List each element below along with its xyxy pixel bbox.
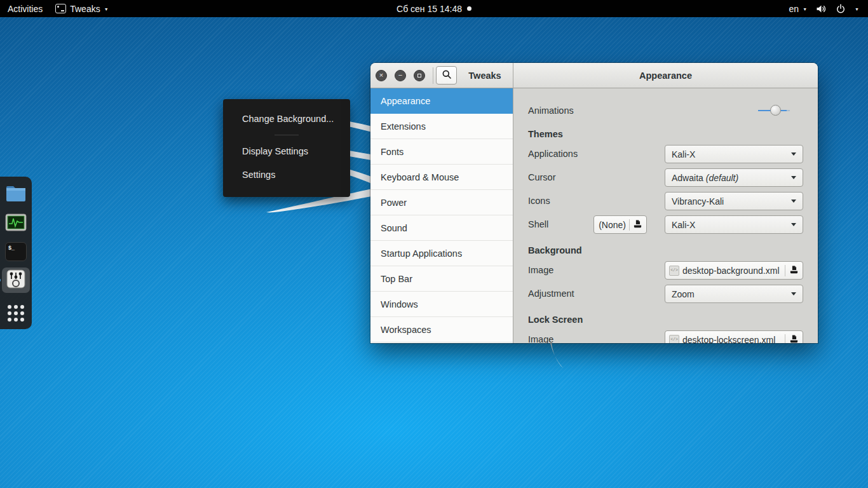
background-image-file-button[interactable]: </> desktop-background.xml [665,261,803,280]
lockscreen-image-file-button[interactable]: </> desktop-lockscreen.xml [665,330,803,343]
titlebar[interactable]: × − Tweaks Appearance [370,63,818,88]
button-separator [629,219,630,231]
file-open-icon [789,334,799,344]
adjustment-value: Zoom [672,289,695,299]
lockscreen-image-label: Image [528,334,553,343]
sidebar-item-top-bar[interactable]: Top Bar [370,266,513,292]
notification-dot-icon [467,6,471,11]
shell-theme-dropdown[interactable]: Kali-X [665,215,803,234]
running-indicator-dot [0,279,1,282]
dock-item-show-applications[interactable] [2,301,30,327]
background-image-label: Image [528,265,553,275]
applications-theme-value: Kali-X [672,149,695,159]
tweaks-window: × − Tweaks Appearance Appearance Extensi… [370,63,818,343]
menu-item-settings[interactable]: Settings [223,163,350,187]
icons-label: Icons [528,196,550,206]
chevron-down-icon [791,152,796,156]
power-icon [836,4,846,14]
system-monitor-icon [5,214,27,234]
adjustment-label: Adjustment [528,288,574,299]
sidebar-item-windows[interactable]: Windows [370,292,513,317]
tweaks-app-icon [55,4,66,13]
shell-label: Shell [528,219,548,229]
app-menu-label: Tweaks [70,4,100,14]
clock-label: Сб сен 15 14:48 [397,4,462,14]
sidebar-item-sound[interactable]: Sound [370,215,513,241]
titlebar-left: × − Tweaks [370,63,513,88]
sidebar-item-appearance[interactable]: Appearance [370,88,513,114]
activities-button[interactable]: Activities [8,4,43,14]
chevron-down-icon [791,200,796,203]
minimize-button[interactable]: − [395,70,406,81]
sidebar-item-workspaces[interactable]: Workspaces [370,317,513,342]
system-menu-button[interactable]: ▼ [816,4,859,14]
dock-item-system-monitor[interactable] [2,211,30,237]
dock-item-files[interactable] [2,182,30,208]
search-button[interactable] [436,66,457,85]
sidebar-item-keyboard-mouse[interactable]: Keyboard & Mouse [370,165,513,190]
cursor-theme-dropdown[interactable]: Adwaita (default) [665,168,803,187]
button-separator [785,265,785,276]
themes-section-header: Themes [528,125,803,143]
sidebar-item-extensions[interactable]: Extensions [370,114,513,139]
close-button[interactable]: × [376,70,387,81]
chevron-down-icon: ▼ [803,7,807,11]
keyboard-layout-button[interactable]: en ▼ [789,4,808,14]
header-title: Appearance [513,63,818,88]
file-open-icon [633,219,642,231]
sidebar-item-power[interactable]: Power [370,190,513,215]
desktop-context-menu: Change Background... Display Settings Se… [223,99,350,197]
titlebar-separator [433,67,433,84]
icons-theme-dropdown[interactable]: Vibrancy-Kali [665,192,803,210]
dash-dock: $_ [0,177,32,329]
adjustment-dropdown[interactable]: Zoom [665,285,803,303]
menu-item-display-settings[interactable]: Display Settings [223,140,350,163]
animations-toggle[interactable] [758,101,787,120]
lockscreen-image-filename: desktop-lockscreen.xml [682,335,780,344]
dock-item-terminal[interactable]: $_ [2,239,30,265]
activities-label: Activities [8,4,43,14]
files-icon [5,185,27,205]
xml-file-icon: </> [669,335,679,344]
icons-theme-value: Vibrancy-Kali [672,196,724,207]
background-section-header: Background [528,241,803,259]
sidebar: Appearance Extensions Fonts Keyboard & M… [370,88,513,343]
menu-separator [275,135,299,135]
animations-label: Animations [528,105,574,116]
chevron-down-icon: ▼ [104,7,109,11]
language-label: en [789,4,799,14]
chevron-down-icon [791,223,796,226]
shell-theme-value: Kali-X [672,220,695,230]
cursor-theme-value: Adwaita [672,173,703,183]
clock-button[interactable]: Сб сен 15 14:48 [0,4,868,14]
top-bar: Activities Tweaks ▼ Сб сен 15 14:48 en ▼ [0,0,868,17]
cursor-theme-default-note: (default) [706,173,738,183]
sidebar-item-fonts[interactable]: Fonts [370,139,513,165]
chevron-down-icon [791,176,796,179]
background-image-filename: desktop-background.xml [682,266,780,276]
terminal-icon: $_ [5,242,27,261]
chevron-down-icon: ▼ [855,7,859,11]
maximize-button[interactable] [414,70,425,81]
appearance-panel: Animations Themes Applications Kali-X Cu… [513,88,818,343]
show-applications-icon [8,305,25,322]
lock-screen-section-header: Lock Screen [528,311,803,329]
chevron-down-icon [791,292,796,295]
dock-item-tweaks[interactable] [2,268,30,294]
toggle-knob[interactable] [770,105,781,116]
sidebar-item-startup-applications[interactable]: Startup Applications [370,241,513,266]
menu-item-change-background[interactable]: Change Background... [223,107,350,131]
search-icon [442,69,452,82]
button-separator [785,334,785,344]
shell-theme-file-value: (None) [599,220,626,230]
file-open-icon [789,265,799,276]
app-menu-button[interactable]: Tweaks ▼ [55,4,108,14]
cursor-label: Cursor [528,172,556,182]
window-title: Tweaks [457,71,513,81]
applications-theme-dropdown[interactable]: Kali-X [665,145,803,163]
applications-label: Applications [528,149,578,159]
shell-theme-file-button[interactable]: (None) [593,215,647,234]
tweaks-icon [5,268,27,292]
xml-file-icon: </> [669,266,679,276]
volume-icon [816,4,827,14]
